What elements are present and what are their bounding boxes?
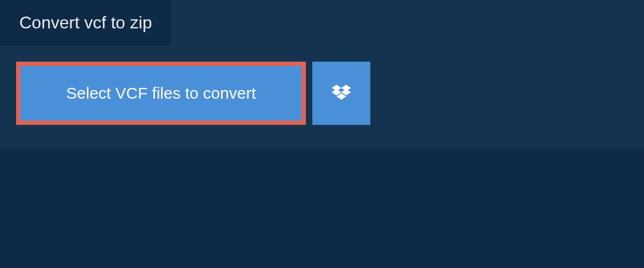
dropbox-button[interactable] — [312, 62, 370, 125]
action-row: Select VCF files to convert — [0, 46, 644, 125]
select-files-label: Select VCF files to convert — [66, 84, 255, 102]
page-title: Convert vcf to zip — [0, 0, 171, 46]
converter-panel: Convert vcf to zip Select VCF files to c… — [0, 0, 644, 149]
dropbox-icon — [332, 85, 351, 102]
select-files-button[interactable]: Select VCF files to convert — [16, 62, 306, 125]
